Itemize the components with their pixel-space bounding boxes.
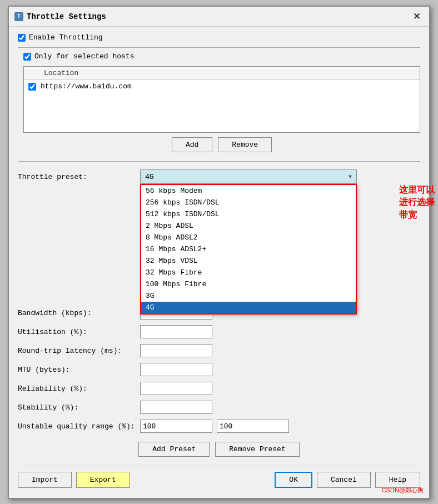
table-header-location: Location <box>24 67 420 80</box>
hosts-table: Location https://www.baidu.com <box>23 66 420 133</box>
dropdown-item-4[interactable]: 8 Mbps ADSL2 <box>141 232 356 243</box>
form-row-utilisation: Utilisation (%): <box>18 325 420 338</box>
dropdown-item-7[interactable]: 32 Mbps Fibre <box>141 267 356 278</box>
utilisation-label: Utilisation (%): <box>18 328 140 336</box>
add-host-button[interactable]: Add <box>172 137 212 152</box>
only-for-hosts-row: Only for selected hosts <box>23 52 420 61</box>
ok-button[interactable]: OK <box>275 472 312 488</box>
form-row-reliability: Reliability (%): <box>18 382 420 395</box>
only-for-hosts-checkbox[interactable] <box>23 53 31 61</box>
bandwidth-label: Bandwidth (kbps): <box>18 309 140 317</box>
footer-button-row: Import Export OK Cancel Help <box>18 466 420 491</box>
enable-throttling-checkbox[interactable] <box>18 34 26 42</box>
dropdown-item-2[interactable]: 512 kbps ISDN/DSL <box>141 208 356 220</box>
dropdown-item-8[interactable]: 100 Mbps Fibre <box>141 278 356 290</box>
remove-preset-button[interactable]: Remove Preset <box>215 442 299 457</box>
unstable-quality-input-1[interactable] <box>140 420 212 433</box>
watermark: CSDN@郑心爽 <box>382 486 424 495</box>
help-button[interactable]: Help <box>375 472 420 488</box>
window-content: Enable Throttling Only for selected host… <box>9 27 429 498</box>
enable-throttling-label: Enable Throttling <box>29 33 103 42</box>
dropdown-item-1[interactable]: 256 kbps ISDN/DSL <box>141 197 356 208</box>
export-button[interactable]: Export <box>76 472 130 488</box>
title-bar-left: T Throttle Settings <box>14 12 106 21</box>
annotation-text: 这里可以进行选择带宽 <box>399 184 435 221</box>
dropdown-item-3[interactable]: 2 Mbps ADSL <box>141 220 356 232</box>
close-button[interactable]: ✕ <box>410 10 424 23</box>
window-title: Throttle Settings <box>27 12 106 21</box>
cancel-button[interactable]: Cancel <box>317 472 371 488</box>
stability-label: Stability (%): <box>18 403 140 412</box>
title-bar: T Throttle Settings ✕ <box>9 7 429 27</box>
reliability-label: Reliability (%): <box>18 385 140 393</box>
throttle-preset-row: Throttle preset: 4G ▼ 56 kbps Modem256 k… <box>18 169 420 184</box>
remove-host-button[interactable]: Remove <box>218 137 272 152</box>
throttle-preset-dropdown-wrapper: 4G ▼ 56 kbps Modem256 kbps ISDN/DSL512 k… <box>140 169 357 184</box>
hosts-button-row: Add Remove <box>23 137 420 152</box>
window-icon: T <box>14 12 23 21</box>
unstable-quality-label: Unstable quality range (%): <box>18 422 140 431</box>
footer-right-buttons: OK Cancel Help <box>275 472 420 488</box>
import-button[interactable]: Import <box>18 472 72 488</box>
divider-2 <box>18 161 420 162</box>
latency-label: Round-trip latency (ms): <box>18 347 140 355</box>
dropdown-item-10[interactable]: 4G <box>141 302 356 313</box>
stability-input[interactable] <box>140 401 212 414</box>
host-row-checkbox[interactable] <box>28 83 36 91</box>
host-location-cell: https://www.baidu.com <box>41 82 132 91</box>
quality-range-inputs <box>140 420 289 433</box>
mtu-input[interactable] <box>140 363 212 376</box>
throttle-settings-window: T Throttle Settings ✕ Enable Throttling … <box>8 6 430 499</box>
throttle-preset-dropdown[interactable]: 4G ▼ <box>140 169 357 184</box>
footer-left-buttons: Import Export <box>18 472 130 488</box>
mtu-label: MTU (bytes): <box>18 366 140 374</box>
form-row-mtu: MTU (bytes): <box>18 363 420 376</box>
form-row-stability: Stability (%): <box>18 401 420 414</box>
throttle-preset-menu: 56 kbps Modem256 kbps ISDN/DSL512 kbps I… <box>140 184 357 315</box>
latency-input[interactable] <box>140 344 212 357</box>
divider-1 <box>18 47 420 48</box>
add-preset-button[interactable]: Add Preset <box>138 442 210 457</box>
utilisation-input[interactable] <box>140 325 212 338</box>
dropdown-item-6[interactable]: 32 Mbps VDSL <box>141 255 356 267</box>
throttle-preset-selected: 4G <box>145 173 154 181</box>
enable-throttling-row: Enable Throttling <box>18 33 420 42</box>
form-row-latency: Round-trip latency (ms): <box>18 344 420 357</box>
unstable-quality-input-2[interactable] <box>217 420 289 433</box>
throttle-preset-label: Throttle preset: <box>18 173 140 181</box>
only-for-hosts-label: Only for selected hosts <box>34 52 134 61</box>
table-row: https://www.baidu.com <box>24 80 420 93</box>
dropdown-item-9[interactable]: 3G <box>141 290 356 302</box>
chevron-down-icon: ▼ <box>349 174 352 180</box>
reliability-input[interactable] <box>140 382 212 395</box>
dropdown-item-5[interactable]: 16 Mbps ADSL2+ <box>141 243 356 255</box>
unstable-quality-row: Unstable quality range (%): <box>18 420 420 433</box>
hosts-section: Only for selected hosts Location https:/… <box>23 52 420 152</box>
form-fields-section: Bandwidth (kbps): Utilisation (%): Round… <box>18 306 420 457</box>
preset-button-row: Add Preset Remove Preset <box>18 442 420 457</box>
dropdown-item-0[interactable]: 56 kbps Modem <box>141 185 356 197</box>
